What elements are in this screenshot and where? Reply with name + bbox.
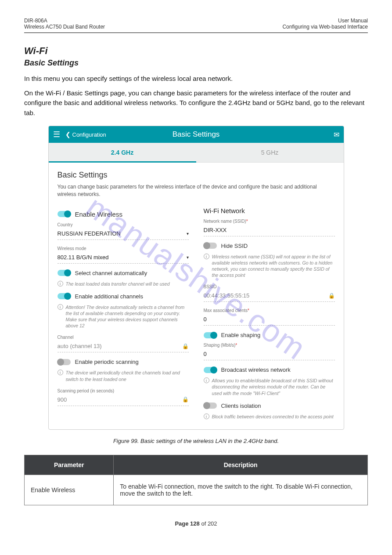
auto-channel-label: Select channel automatically	[75, 270, 147, 276]
scan-period-label: Scanning period (in seconds)	[58, 388, 189, 393]
section-title: Wi-Fi	[24, 45, 368, 57]
hide-ssid-info: i Wireless network name (SSID) will not …	[204, 254, 335, 279]
right-column: Wi-Fi Network Network name (SSID)* DIR-X…	[204, 207, 335, 426]
max-clients-input[interactable]: 0	[204, 314, 335, 326]
figure-caption: Figure 99. Basic settings of the wireles…	[24, 438, 368, 444]
band-tabs: 2.4 GHz 5 GHz	[49, 143, 344, 163]
mail-icon[interactable]: ✉	[334, 131, 339, 139]
auto-channel-info: i The least loaded data transfer channel…	[58, 281, 189, 287]
lock-icon: 🔒	[182, 396, 189, 403]
shaping-label: Shaping (Mbit/s)*	[204, 343, 335, 348]
periodic-scan-toggle[interactable]	[58, 359, 71, 365]
content-title: Basic Settings	[58, 170, 335, 180]
enable-shaping-label: Enable shaping	[221, 332, 261, 338]
scan-period-field: 900 🔒	[58, 395, 189, 406]
page-title: Basic Settings	[173, 130, 220, 139]
table-header-parameter: Parameter	[25, 455, 114, 475]
app-topbar: ☰ ❮ Configuration Basic Settings ✉	[49, 126, 344, 143]
additional-channels-info: i Attention! The device automatically se…	[58, 304, 189, 329]
additional-channels-toggle[interactable]	[58, 293, 71, 299]
channel-value: auto (channel 13)	[58, 343, 102, 349]
section-body-1: In this menu you can specify settings of…	[24, 74, 368, 84]
clients-isolation-info: i Block traffic between devices connecte…	[204, 414, 335, 420]
table-row: Enable Wireless To enable Wi-Fi connecti…	[25, 475, 368, 505]
ssid-input[interactable]: DIR-XXX	[204, 225, 335, 236]
broadcast-toggle[interactable]	[204, 367, 217, 373]
info-icon: i	[204, 414, 209, 419]
parameter-table: Parameter Description Enable Wireless To…	[24, 455, 368, 505]
ui-screenshot: manualshive.com ☰ ❮ Configuration Basic …	[48, 126, 344, 430]
doc-chapter: Configuring via Web-based Interface	[282, 24, 368, 30]
left-column: Enable Wireless Country RUSSIAN FEDERATI…	[58, 207, 189, 426]
channel-field: auto (channel 13) 🔒	[58, 341, 189, 352]
shaping-input[interactable]: 0	[204, 349, 335, 360]
country-select[interactable]: RUSSIAN FEDERATION ▾	[58, 229, 189, 240]
info-icon: i	[204, 377, 209, 383]
bssid-value: 00:44:33:55:55:15	[204, 292, 250, 299]
info-icon: i	[58, 304, 63, 310]
wireless-mode-select[interactable]: 802.11 B/G/N mixed ▾	[58, 252, 189, 264]
ssid-label: Network name (SSID)*	[204, 219, 335, 224]
menu-icon[interactable]: ☰	[53, 130, 60, 139]
back-chevron-icon[interactable]: ❮	[65, 131, 71, 138]
clients-isolation-label: Clients isolation	[221, 403, 261, 409]
tab-5ghz[interactable]: 5 GHz	[196, 143, 344, 162]
clients-isolation-toggle[interactable]	[204, 403, 217, 409]
lock-icon: 🔒	[182, 343, 189, 349]
param-desc: To enable Wi-Fi connection, move the swi…	[114, 475, 368, 505]
content-desc: You can change basic parameters for the …	[58, 183, 335, 198]
page-number: Page 128 of 202	[24, 520, 368, 527]
param-name: Enable Wireless	[25, 475, 114, 505]
broadcast-label: Broadcast wireless network	[221, 366, 291, 373]
info-icon: i	[58, 281, 63, 287]
wireless-mode-label: Wireless mode	[58, 246, 189, 251]
header-divider	[24, 33, 368, 33]
periodic-scan-info: i The device will periodically check the…	[58, 370, 189, 382]
shaping-value: 0	[204, 351, 207, 357]
section-subtitle: Basic Settings	[24, 58, 368, 68]
table-header-description: Description	[114, 455, 368, 475]
max-clients-value: 0	[204, 316, 207, 323]
auto-channel-toggle[interactable]	[58, 270, 71, 276]
info-icon: i	[204, 254, 209, 259]
doc-header: DIR-806A Wireless AC750 Dual Band Router…	[24, 18, 368, 30]
chevron-down-icon: ▾	[187, 255, 189, 260]
info-icon: i	[58, 370, 63, 375]
channel-label: Channel	[58, 335, 189, 340]
doc-manual: User Manual	[282, 18, 368, 24]
enable-wireless-label: Enable Wireless	[75, 210, 122, 218]
enable-shaping-toggle[interactable]	[204, 332, 217, 338]
ssid-value: DIR-XXX	[204, 227, 227, 233]
hide-ssid-toggle[interactable]	[204, 243, 217, 249]
wifi-network-heading: Wi-Fi Network	[204, 207, 335, 214]
doc-product: Wireless AC750 Dual Band Router	[24, 24, 105, 30]
section-body-2: On the Wi-Fi / Basic Settings page, you …	[24, 88, 368, 118]
chevron-down-icon: ▾	[187, 231, 189, 236]
lock-icon: 🔒	[328, 293, 335, 299]
country-label: Country	[58, 222, 189, 227]
wireless-mode-value: 802.11 B/G/N mixed	[58, 254, 109, 261]
hide-ssid-label: Hide SSID	[221, 243, 248, 249]
max-clients-label: Max associated clients*	[204, 308, 335, 313]
periodic-scan-label: Enable periodic scanning	[75, 359, 139, 365]
tab-24ghz[interactable]: 2.4 GHz	[49, 143, 196, 162]
bssid-label: BSSID	[204, 284, 335, 289]
bssid-field: 00:44:33:55:55:15 🔒	[204, 290, 335, 302]
country-value: RUSSIAN FEDERATION	[58, 230, 121, 237]
back-link[interactable]: Configuration	[72, 131, 106, 138]
enable-wireless-toggle[interactable]	[58, 211, 71, 217]
additional-channels-label: Enable additional channels	[75, 293, 143, 300]
broadcast-info: i Allows you to enable/disable broadcast…	[204, 377, 335, 396]
scan-period-value: 900	[58, 396, 67, 403]
doc-model: DIR-806A	[24, 18, 105, 24]
